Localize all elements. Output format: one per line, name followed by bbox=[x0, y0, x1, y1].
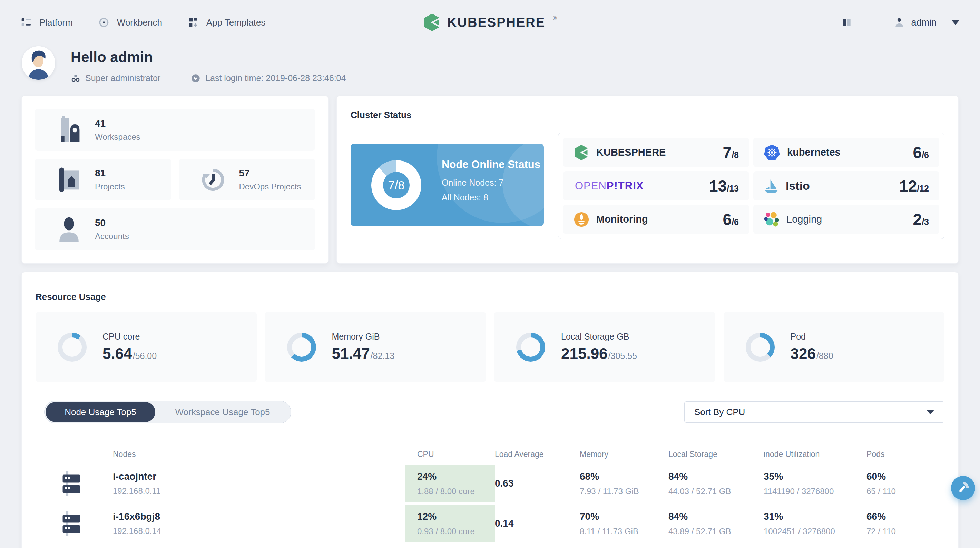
pod-used: 326 bbox=[791, 345, 816, 362]
header-load-average: Load Average bbox=[495, 443, 580, 465]
component-kubesphere: KUBESPHERE 7/8 bbox=[563, 138, 749, 167]
component-value: 13/13 bbox=[709, 177, 739, 195]
tab-node-usage-top5[interactable]: Node Usage Top5 bbox=[46, 402, 155, 422]
cpu-detail: 0.93 / 8.00 core bbox=[417, 527, 495, 536]
nav-label-platform: Platform bbox=[39, 17, 73, 28]
sort-by-select[interactable]: Sort By CPU bbox=[684, 401, 945, 423]
table-header-row: Nodes CPU Load Average Memory Local Stor… bbox=[35, 443, 945, 465]
header-memory: Memory bbox=[580, 443, 668, 465]
select-caret-icon bbox=[926, 409, 934, 414]
component-name: Monitoring bbox=[596, 213, 648, 225]
toolbox-fab-button[interactable] bbox=[951, 476, 975, 500]
kubesphere-dashboard: Platform Workbench App Templates KUBESPH… bbox=[0, 0, 980, 548]
node-ip: 192.168.0.14 bbox=[113, 526, 405, 536]
component-count: 2 bbox=[913, 210, 922, 229]
storage-donut bbox=[516, 333, 545, 362]
component-denominator: /3 bbox=[922, 217, 929, 227]
cpu-donut bbox=[57, 333, 87, 362]
storage-gauge-card: Local Storage GB 215.96/305.55 bbox=[494, 312, 715, 382]
resource-gauges: CPU core 5.64/56.00 Memory GiB 51.47/82.… bbox=[35, 312, 945, 382]
component-denominator: /6 bbox=[922, 150, 929, 160]
component-denominator: /13 bbox=[727, 183, 739, 194]
cluster-status-card: Cluster Status 7/8 Node Online Status On… bbox=[336, 96, 959, 264]
avatar-illustration bbox=[22, 46, 55, 80]
component-count: 12 bbox=[899, 177, 917, 195]
kubesphere-icon bbox=[574, 145, 589, 161]
nav-right: admin bbox=[841, 17, 959, 28]
memory-detail: 7.93 / 11.73 GiB bbox=[580, 487, 668, 496]
pods-cell: 60% 65 / 110 bbox=[867, 465, 945, 502]
accounts-text: 50 Accounts bbox=[95, 217, 129, 241]
inode-percent: 31% bbox=[764, 511, 867, 522]
component-name: KUBESPHERE bbox=[596, 147, 666, 158]
component-count: 7 bbox=[723, 143, 732, 162]
node-row-2[interactable]: i-16x6bgj8 192.168.0.14 12% 0.93 / 8.00 … bbox=[35, 505, 945, 542]
component-logging: Logging 2/3 bbox=[753, 205, 939, 234]
accounts-count: 50 bbox=[95, 217, 129, 228]
sort-by-value: Sort By CPU bbox=[694, 407, 745, 417]
component-name: Logging bbox=[786, 213, 822, 225]
load-average-cell: 0.14 bbox=[495, 505, 580, 542]
cpu-detail: 1.88 / 8.00 core bbox=[417, 487, 495, 496]
memory-total: /82.13 bbox=[371, 351, 395, 361]
inode-percent: 35% bbox=[764, 471, 867, 482]
memory-cell: 70% 8.11 / 11.73 GiB bbox=[580, 505, 668, 542]
nav-item-app-templates[interactable]: App Templates bbox=[188, 17, 266, 28]
memory-detail: 8.11 / 11.73 GiB bbox=[580, 527, 668, 536]
all-nodes-line: All Nodes: 8 bbox=[442, 193, 544, 202]
devops-projects-tile[interactable]: 57 DevOps Projects bbox=[179, 159, 315, 201]
summary-card: 41 Workspaces 81 Projects bbox=[21, 96, 329, 264]
accounts-label: Accounts bbox=[95, 231, 129, 241]
component-value: 12/12 bbox=[899, 177, 929, 195]
inode-cell: 35% 1141190 / 3276800 bbox=[764, 465, 867, 502]
cpu-percent: 24% bbox=[417, 471, 495, 482]
component-value: 6/6 bbox=[913, 143, 929, 162]
pods-detail: 72 / 110 bbox=[867, 527, 945, 536]
tab-workspace-usage-top5[interactable]: Workspace Usage Top5 bbox=[155, 402, 290, 422]
docs-book-icon[interactable] bbox=[841, 17, 852, 28]
pods-percent: 60% bbox=[867, 471, 945, 482]
workspaces-icon bbox=[54, 116, 84, 145]
projects-text: 81 Projects bbox=[95, 168, 125, 191]
component-value: 7/8 bbox=[723, 143, 739, 162]
platform-icon bbox=[21, 17, 32, 28]
online-nodes-line: Online Nodes: 7 bbox=[442, 178, 544, 188]
workbench-icon bbox=[99, 17, 110, 28]
nav-item-workbench[interactable]: Workbench bbox=[99, 17, 162, 28]
component-istio: Istio 12/12 bbox=[753, 171, 939, 201]
pod-gauge-label: Pod bbox=[791, 331, 834, 342]
projects-count: 81 bbox=[95, 168, 125, 179]
brand-text: KUBESPHERE bbox=[447, 15, 545, 30]
pod-donut bbox=[746, 333, 775, 362]
user-icon bbox=[894, 17, 905, 28]
cluster-body: 7/8 Node Online Status Online Nodes: 7 A… bbox=[351, 132, 945, 239]
resource-usage-card: Resource Usage CPU core 5.64/56.00 Memor… bbox=[21, 272, 959, 548]
top-cards-row: 41 Workspaces 81 Projects bbox=[21, 96, 959, 264]
pods-percent: 66% bbox=[867, 511, 945, 522]
devops-text: 57 DevOps Projects bbox=[239, 168, 301, 191]
workspaces-tile[interactable]: 41 Workspaces bbox=[35, 109, 315, 151]
accounts-tile[interactable]: 50 Accounts bbox=[35, 209, 315, 250]
pod-total: /880 bbox=[816, 351, 834, 361]
projects-tile[interactable]: 81 Projects bbox=[35, 159, 171, 201]
component-openpitrix: OPENP!TRIX 13/13 bbox=[563, 171, 749, 201]
component-denominator: /8 bbox=[732, 150, 739, 160]
header-inode-utilization: inode Utilization bbox=[764, 443, 867, 465]
local-storage-cell: 84% 44.03 / 52.71 GB bbox=[668, 465, 764, 502]
node-online-donut: 7/8 bbox=[371, 160, 421, 210]
node-row-1[interactable]: i-caojnter 192.168.0.11 24% 1.88 / 8.00 … bbox=[35, 465, 945, 502]
cpu-gauge-text: CPU core 5.64/56.00 bbox=[102, 331, 157, 362]
workspaces-text: 41 Workspaces bbox=[95, 118, 140, 142]
node-ip: 192.168.0.11 bbox=[113, 486, 405, 496]
node-online-panel: 7/8 Node Online Status Online Nodes: 7 A… bbox=[351, 143, 544, 226]
nav-item-platform[interactable]: Platform bbox=[21, 17, 73, 28]
header-local-storage: Local Storage bbox=[668, 443, 764, 465]
cpu-cell: 12% 0.93 / 8.00 core bbox=[405, 505, 495, 542]
user-menu[interactable]: admin bbox=[894, 17, 959, 28]
greeting-section: Hello admin Super administrator Last log… bbox=[0, 45, 980, 83]
kubesphere-logo[interactable]: KUBESPHERE ® bbox=[423, 13, 557, 32]
nav-label-workbench: Workbench bbox=[117, 17, 162, 28]
role-label: Super administrator bbox=[85, 73, 161, 83]
node-icon-cell bbox=[35, 505, 113, 542]
username: admin bbox=[911, 17, 937, 28]
